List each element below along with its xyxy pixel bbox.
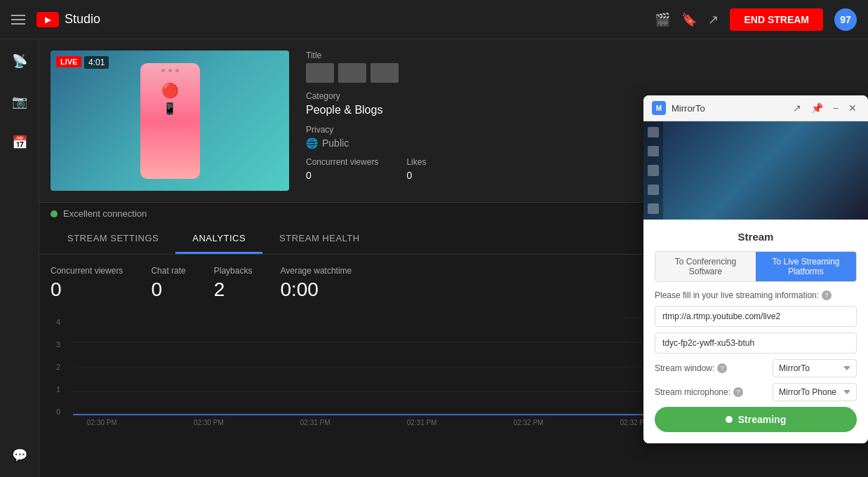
metric-chat-rate: Chat rate 0 <box>151 266 185 301</box>
streaming-dot <box>726 416 733 423</box>
hamburger-menu[interactable] <box>11 15 25 25</box>
to-conferencing-btn[interactable]: To Conferencing Software <box>655 252 756 281</box>
stream-mic-info-icon: ? <box>733 387 743 397</box>
sidebar: 📡 📷 📅 💬 <box>0 39 39 477</box>
connection-indicator <box>51 210 58 217</box>
mirrorto-sidebar <box>643 121 663 220</box>
tab-stream-settings[interactable]: STREAM SETTINGS <box>51 224 175 254</box>
chart-y-axis: 4 3 2 1 0 <box>56 318 70 416</box>
mirrorto-preview-bg <box>643 121 868 220</box>
title-thumbnails <box>306 63 857 83</box>
stream-toggle-row: To Conferencing Software To Live Streami… <box>655 251 857 282</box>
stream-mic-label: Stream microphone: ? <box>655 387 743 397</box>
title-label: Title <box>306 51 857 60</box>
avatar[interactable]: 97 <box>834 8 857 31</box>
mirrorto-logo: M <box>652 101 666 115</box>
stream-dialog: Stream To Conferencing Software To Live … <box>643 220 868 443</box>
stream-dialog-title: Stream <box>655 231 857 243</box>
end-stream-button[interactable]: END STREAM <box>730 8 823 31</box>
logo: Studio <box>36 12 100 27</box>
to-live-streaming-btn[interactable]: To Live Streaming Platforms <box>756 252 856 281</box>
stream-window-select[interactable]: MirrorTo <box>773 359 857 377</box>
mirrorto-pin[interactable]: 📌 <box>808 101 826 115</box>
mirrorto-title-text: MirrorTo <box>672 103 705 114</box>
mirrorto-preview <box>643 121 868 220</box>
main-content: LIVE 4:01 🔴 📱 Title <box>39 39 868 477</box>
stream-window-info-icon: ? <box>717 363 727 373</box>
stream-mic-select[interactable]: MirrorTo Phone <box>773 383 857 401</box>
logo-text: Studio <box>65 12 100 27</box>
stream-window-row: Stream window: ? MirrorTo <box>655 359 857 377</box>
sidebar-item-chat[interactable]: 💬 <box>6 442 33 469</box>
thumb-1 <box>306 63 334 83</box>
mirrorto-window-controls: ↗ 📌 − ✕ <box>790 101 860 115</box>
topbar: Studio 🎬 🔖 ↗ END STREAM 97 <box>0 0 868 39</box>
thumb-3 <box>370 63 399 83</box>
info-icon: ? <box>822 290 832 300</box>
sidebar-item-camera[interactable]: 📷 <box>6 88 33 115</box>
metric-playbacks: Playbacks 2 <box>214 266 253 301</box>
main-layout: 📡 📷 📅 💬 LIVE 4:01 🔴 <box>0 39 868 477</box>
youtube-icon <box>36 12 59 27</box>
phone-preview: 🔴 📱 <box>140 63 200 179</box>
stream-key-input[interactable] <box>655 332 857 354</box>
stream-url-input[interactable] <box>655 306 857 327</box>
clapper-button[interactable]: 🎬 <box>655 12 670 27</box>
live-timer: 4:01 <box>84 56 109 69</box>
mirrorto-close[interactable]: ✕ <box>846 101 860 115</box>
bookmark-button[interactable]: 🔖 <box>681 12 697 27</box>
mt-sidebar-icon-2 <box>648 146 659 156</box>
live-badge: LIVE <box>56 56 81 67</box>
stat-concurrent: Concurrent viewers 0 <box>306 157 378 181</box>
mirrorto-title: M MirrorTo <box>652 101 705 115</box>
mirrorto-external-link[interactable]: ↗ <box>790 101 804 115</box>
tab-stream-health[interactable]: STREAM HEALTH <box>262 224 377 254</box>
globe-icon: 🌐 <box>306 137 318 149</box>
metric-concurrent: Concurrent viewers 0 <box>51 266 123 301</box>
phone-dots <box>161 63 179 75</box>
connection-text: Excellent connection <box>63 208 147 219</box>
sidebar-item-live[interactable]: 📡 <box>6 48 33 74</box>
mt-sidebar-icon-3 <box>648 165 659 175</box>
stream-preview-video: LIVE 4:01 🔴 📱 <box>51 51 289 191</box>
sidebar-item-calendar[interactable]: 📅 <box>6 129 33 156</box>
stream-mic-row: Stream microphone: ? MirrorTo Phone <box>655 383 857 401</box>
streaming-button[interactable]: Streaming <box>655 407 857 432</box>
mt-sidebar-icon-5 <box>648 203 659 214</box>
share-button[interactable]: ↗ <box>708 12 719 27</box>
topbar-right: 🎬 🔖 ↗ END STREAM 97 <box>655 8 857 31</box>
tab-analytics[interactable]: ANALYTICS <box>175 224 262 254</box>
mt-sidebar-icon-4 <box>648 184 659 195</box>
mirrorto-panel: M MirrorTo ↗ 📌 − ✕ <box>643 95 868 443</box>
thumb-2 <box>338 63 366 83</box>
metric-watchtime: Average watchtime 0:00 <box>280 266 352 301</box>
mirrorto-titlebar: M MirrorTo ↗ 📌 − ✕ <box>643 95 868 121</box>
fill-info-text: Please fill in your live streaming infor… <box>655 290 857 300</box>
topbar-left: Studio <box>11 12 100 27</box>
stream-window-label: Stream window: ? <box>655 363 727 373</box>
mirrorto-minimize[interactable]: − <box>830 101 841 115</box>
streaming-label: Streaming <box>738 414 786 425</box>
mt-sidebar-icon-1 <box>648 127 659 137</box>
stat-likes: Likes 0 <box>406 157 426 181</box>
sidebar-bottom: 💬 <box>6 442 33 469</box>
preview-background: 🔴 📱 <box>51 51 289 191</box>
